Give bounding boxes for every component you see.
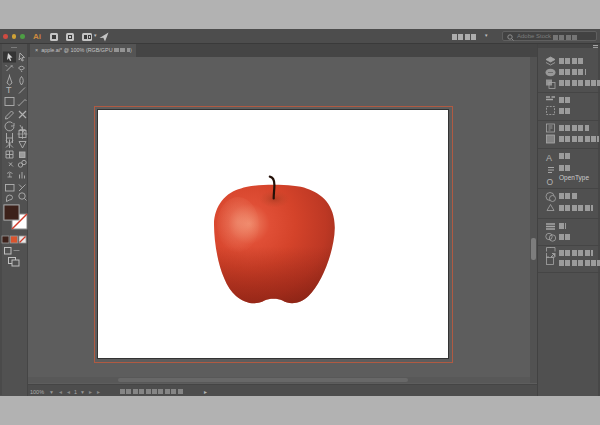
svg-text:T: T	[6, 85, 12, 95]
